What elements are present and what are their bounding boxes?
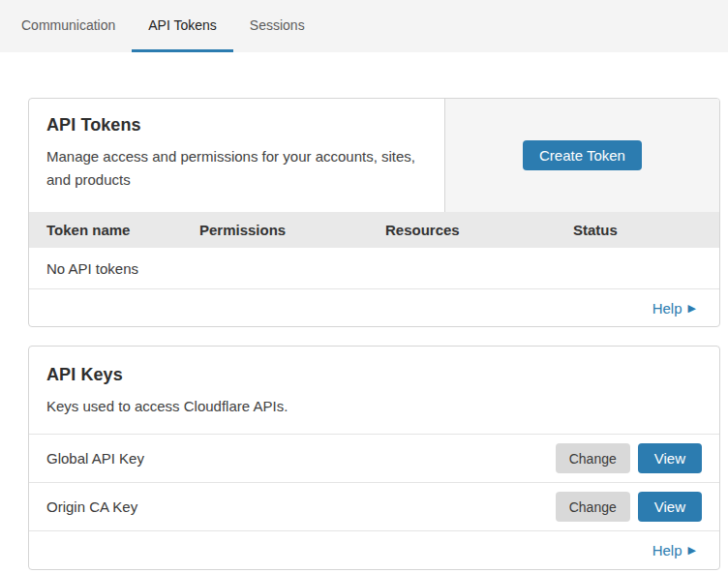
api-tokens-subtitle: Manage access and permissions for your a… — [46, 145, 427, 192]
api-tokens-title: API Tokens — [46, 115, 427, 136]
tokens-column-permissions: Permissions — [199, 222, 385, 238]
main-content: API Tokens Manage access and permissions… — [28, 98, 720, 570]
api-keys-help-link[interactable]: Help ▶ — [652, 542, 696, 558]
tokens-column-resources: Resources — [385, 222, 573, 238]
key-actions: Change View — [556, 443, 702, 473]
key-actions: Change View — [556, 492, 702, 522]
help-arrow-icon: ▶ — [688, 545, 696, 556]
tab-communication[interactable]: Communication — [5, 0, 132, 52]
view-global-api-key-button[interactable]: View — [638, 443, 702, 473]
help-link-label: Help — [652, 542, 682, 558]
view-origin-ca-key-button[interactable]: View — [638, 492, 702, 522]
key-row-origin-ca-key: Origin CA Key Change View — [29, 483, 719, 531]
help-arrow-icon: ▶ — [688, 303, 696, 314]
change-origin-ca-key-button[interactable]: Change — [556, 492, 630, 522]
api-tokens-help-link[interactable]: Help ▶ — [652, 300, 696, 317]
tokens-column-status: Status — [573, 222, 719, 238]
tokens-empty-message: No API tokens — [46, 260, 138, 277]
api-tokens-card: API Tokens Manage access and permissions… — [28, 98, 720, 327]
tab-sessions[interactable]: Sessions — [233, 0, 321, 52]
tokens-column-token-name: Token name — [46, 222, 199, 238]
tokens-empty-row: No API tokens — [29, 248, 719, 289]
api-tokens-card-footer: Help ▶ — [29, 289, 719, 326]
tokens-table-header: Token name Permissions Resources Status — [29, 212, 719, 248]
key-row-global-api-key: Global API Key Change View — [29, 435, 719, 483]
api-keys-title: API Keys — [46, 365, 702, 385]
create-token-button[interactable]: Create Token — [523, 140, 642, 170]
api-keys-card-header: API Keys Keys used to access Cloudflare … — [29, 347, 719, 435]
key-name: Origin CA Key — [46, 498, 556, 515]
api-keys-card: API Keys Keys used to access Cloudflare … — [28, 346, 720, 570]
change-global-api-key-button[interactable]: Change — [556, 443, 630, 473]
api-tokens-card-header-actions: Create Token — [445, 99, 719, 212]
api-keys-subtitle: Keys used to access Cloudflare APIs. — [46, 395, 702, 418]
api-keys-card-footer: Help ▶ — [29, 531, 719, 569]
api-tokens-card-header-text: API Tokens Manage access and permissions… — [29, 99, 445, 212]
api-tokens-card-header: API Tokens Manage access and permissions… — [29, 99, 719, 212]
tab-bar: Communication API Tokens Sessions — [0, 0, 728, 52]
key-name: Global API Key — [46, 450, 556, 467]
tab-api-tokens[interactable]: API Tokens — [132, 0, 233, 52]
help-link-label: Help — [652, 300, 682, 317]
